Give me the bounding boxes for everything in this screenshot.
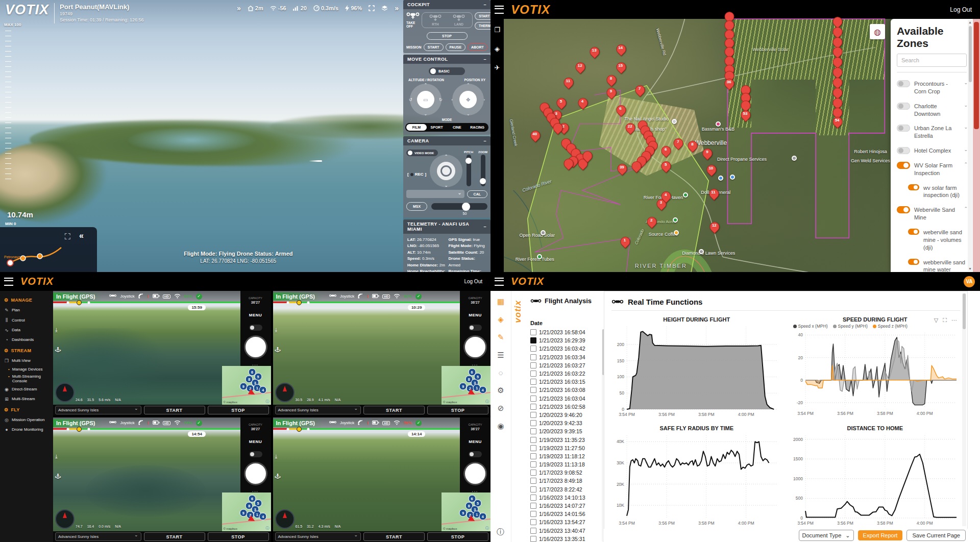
date-row[interactable]: 1/21/2023 16:58:04 — [530, 328, 602, 336]
waypoint-icon[interactable]: ◈ — [495, 45, 500, 53]
waypoint-marker[interactable]: 22 — [626, 123, 634, 135]
date-checkbox[interactable] — [530, 428, 536, 434]
waypoint-marker[interactable]: 7 — [635, 85, 644, 97]
waypoint-marker[interactable] — [632, 161, 641, 174]
sidebar-item[interactable]: ◎Mission Operation — [0, 415, 53, 425]
date-row[interactable]: 1/20/2023 9:39:15 — [530, 427, 602, 435]
logout-link[interactable]: Log Out — [950, 6, 972, 13]
waypoint-marker[interactable]: 1 — [620, 237, 629, 249]
map-scrollbar[interactable] — [973, 19, 980, 272]
date-row[interactable]: 1/21/2023 16:03:22 — [530, 369, 602, 378]
camera-source-dropdown[interactable] — [406, 190, 464, 198]
land-button[interactable]: LAND — [450, 14, 468, 26]
waypoint-marker[interactable]: 13 — [590, 47, 599, 59]
menu-button[interactable]: MENU — [469, 439, 482, 444]
date-row[interactable]: 1/17/2023 9:08:52 — [530, 469, 602, 477]
date-checkbox[interactable] — [530, 362, 536, 368]
mission-start-button[interactable]: START — [424, 43, 444, 51]
plane-icon[interactable]: ✈ — [495, 64, 500, 71]
expand-icon[interactable]: ⛶ — [65, 232, 70, 241]
zone-subitem[interactable]: weberville sand mine - volumes (dji) — [891, 225, 973, 255]
sidebar-item[interactable]: ⊞Multi-Stream — [0, 394, 53, 404]
draw-icon[interactable]: ✎ — [498, 333, 504, 342]
hamburger-icon[interactable] — [495, 6, 504, 14]
waypoint-marker[interactable]: 7 — [674, 138, 682, 151]
logout-link[interactable]: Log Out — [464, 279, 482, 284]
date-checkbox[interactable] — [530, 511, 536, 517]
mode-sport[interactable]: SPORT — [427, 124, 447, 131]
zone-subitem[interactable]: wv solar farm inspection (dji) — [891, 181, 973, 203]
waypoint-marker[interactable]: 4 — [578, 98, 586, 110]
stop-button[interactable]: STOP — [427, 32, 468, 40]
date-checkbox[interactable] — [530, 453, 536, 459]
gear-icon[interactable]: ⚙ — [497, 386, 504, 395]
mode-film[interactable]: FILM — [406, 124, 427, 131]
sidebar-section-stream[interactable]: ⚙STREAM — [0, 344, 53, 356]
collapse-icon[interactable]: « — [79, 231, 84, 240]
date-row[interactable]: 1/17/2023 8:49:18 — [530, 477, 602, 485]
waypoint-marker[interactable] — [564, 159, 572, 171]
waypoint-marker[interactable]: 54 — [833, 117, 842, 129]
filter-icon[interactable]: ▽ — [934, 317, 938, 324]
menu-button[interactable]: MENU — [469, 313, 482, 317]
mission-pause-button[interactable]: PAUSE — [446, 43, 465, 51]
zone-item[interactable]: WV Solar Farm Inspection⌃ — [891, 158, 973, 181]
date-checkbox[interactable] — [530, 329, 536, 335]
photo-video-toggle[interactable] — [469, 325, 482, 331]
minimize-icon[interactable]: – — [483, 138, 486, 143]
date-checkbox[interactable] — [530, 337, 536, 343]
stop-button[interactable]: STOP — [427, 406, 488, 414]
mode-racing[interactable]: RACING — [467, 124, 487, 131]
zones-scrollbar[interactable]: ▲▼ — [968, 20, 972, 271]
zone-toggle[interactable] — [908, 259, 919, 265]
altitude-joystick[interactable]: ⌃⌄↺↻ ▭ — [410, 84, 442, 115]
video-mode-toggle[interactable]: VIDEO MODE — [406, 150, 438, 156]
date-row[interactable]: 1/19/2023 11:35:23 — [530, 435, 602, 444]
basic-toggle[interactable]: BASIC — [429, 67, 465, 75]
menu-button[interactable]: MENU — [249, 439, 262, 444]
map-poi[interactable] — [672, 119, 677, 124]
date-row[interactable]: 1/21/2023 16:03:04 — [530, 395, 602, 403]
date-row[interactable]: 1/21/2023 16:29:39 — [530, 336, 602, 344]
waypoint-marker[interactable]: 14 — [616, 44, 625, 57]
chevron-icon[interactable]: ⌄ — [964, 125, 968, 130]
waypoint-marker[interactable] — [553, 123, 562, 135]
pitch-slider[interactable] — [467, 155, 471, 186]
zone-subitem[interactable]: webberville sand mine water assessment (… — [891, 255, 973, 273]
menu-button[interactable]: MENU — [249, 313, 262, 317]
sidebar-item[interactable]: ●Drone Monitoring — [0, 425, 53, 434]
stop-button[interactable]: STOP — [208, 532, 269, 541]
date-checkbox[interactable] — [530, 420, 536, 426]
gauge-icon[interactable]: 0.3m/s — [313, 5, 338, 11]
start-button[interactable]: START — [363, 532, 425, 541]
zone-toggle[interactable] — [897, 147, 910, 154]
start-button[interactable]: START — [144, 532, 205, 541]
date-checkbox[interactable] — [530, 495, 536, 501]
block-icon[interactable]: ⊘ — [498, 404, 504, 413]
minimize-icon[interactable]: – — [483, 224, 486, 229]
map-poi[interactable] — [537, 254, 542, 259]
mission-select[interactable]: Advanced Sunny Isles — [55, 532, 141, 541]
download-icon[interactable]: ⤓ — [55, 327, 61, 333]
gimbal-pad[interactable]: ⌃ ⌄ — [430, 155, 462, 187]
rth-button[interactable]: RTH — [426, 14, 445, 26]
mission-abort-button[interactable]: ABORT — [468, 43, 487, 51]
bolt-icon[interactable]: 96% — [345, 5, 362, 11]
date-row[interactable]: 1/16/2023 14:10:13 — [530, 494, 602, 502]
sidebar-item[interactable]: •Manage Devices — [0, 365, 53, 373]
save-current-page-button[interactable]: Save Current Page — [906, 530, 966, 541]
info-icon[interactable]: ⓘ — [266, 526, 270, 531]
date-row[interactable]: 1/21/2023 16:03:34 — [530, 353, 602, 361]
waypoint-marker[interactable] — [583, 151, 592, 163]
chevrons-icon[interactable]: » — [395, 4, 399, 12]
sidebar-item[interactable]: ∿Data — [0, 325, 53, 335]
zone-item[interactable]: Hotel Complex⌄ — [891, 143, 973, 158]
date-checkbox[interactable] — [530, 461, 536, 467]
info-icon[interactable]: ⓘ — [485, 526, 489, 531]
zone-item[interactable]: Weberville Sand Mine⌃ — [891, 203, 973, 225]
download-icon[interactable]: ⤓ — [275, 453, 281, 460]
shutter-button[interactable] — [246, 463, 266, 484]
sidebar-item[interactable]: ◔Dashboards — [0, 335, 53, 344]
zone-toggle[interactable] — [897, 80, 910, 87]
expand-icon[interactable]: ⛶ — [943, 317, 947, 324]
